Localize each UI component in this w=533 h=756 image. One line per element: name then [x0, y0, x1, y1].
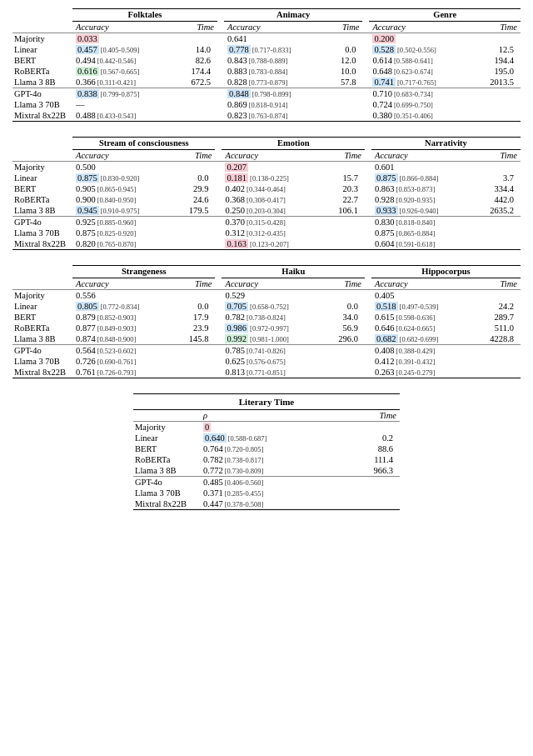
table-row: GPT-4o0.485[0.406-0.560] [133, 477, 400, 488]
table-row: Majority0.5000.2070.601 [12, 162, 521, 173]
time-cell: 111.4 [341, 454, 400, 465]
group-header-narrativity: Narrativity [371, 138, 521, 150]
col-accuracy-1: Accuracy [72, 22, 174, 33]
time-cell [173, 345, 216, 357]
accuracy-cell: 0.528[0.502-0.556] [369, 44, 471, 55]
accuracy-cell: 0.874[0.848-0.900] [72, 333, 173, 345]
table-row: RoBERTa0.616[0.567-0.665]174.40.883[0.78… [12, 66, 521, 77]
accuracy-cell: 0.933[0.926-0.940] [371, 205, 472, 217]
rho-cell: 0.764[0.720-0.805] [200, 443, 341, 454]
accuracy-cell: 0.830[0.818-0.840] [371, 217, 472, 228]
time-cell: 511.0 [472, 323, 521, 333]
accuracy-cell: 0.726[0.690-0.761] [72, 356, 173, 367]
table-row: Llama 3 70B0.875[0.825-0.920]0.312[0.312… [12, 228, 521, 238]
accuracy-cell: 0.529 [222, 290, 322, 302]
accuracy-cell: 0.556 [72, 290, 173, 302]
accuracy-cell: 0.682[0.682-0.699] [371, 333, 472, 345]
model-name-cell: RoBERTa [12, 194, 72, 205]
accuracy-cell: 0.488[0.433-0.543] [72, 110, 174, 122]
accuracy-cell: 0.724[0.699-0.750] [369, 99, 471, 110]
accuracy-cell: 0.992[0.981-1.000] [222, 333, 322, 345]
accuracy-cell: 0.875[0.830-0.920] [72, 173, 173, 183]
group-header-animacy: Animacy [224, 9, 362, 22]
time-cell [173, 356, 216, 367]
time-cell [472, 162, 521, 173]
accuracy-cell: 0.805[0.772-0.834] [72, 301, 173, 312]
col-time-3: Time [471, 22, 521, 33]
model-name-cell: Majority [133, 422, 200, 433]
accuracy-cell: 0.875[0.866-0.884] [371, 173, 472, 183]
time-cell [326, 88, 362, 100]
time-cell: 334.4 [472, 183, 521, 194]
table-row: Llama 3 8B0.945[0.910-0.975]179.50.250[0… [12, 205, 521, 217]
table-row: Llama 3 8B0.874[0.848-0.900]145.80.992[0… [12, 333, 521, 345]
group-header-folktales: Folktales [72, 9, 217, 22]
accuracy-cell: 0.250[0.203-0.304] [222, 205, 322, 217]
section-literary-time: Literary Time ρ Time Majority0Linear0.64… [133, 393, 400, 510]
accuracy-cell: 0.875[0.825-0.920] [72, 228, 173, 238]
table-section2: Stream of consciousness Emotion Narrativ… [12, 137, 521, 250]
time-cell [173, 228, 216, 238]
model-name-cell: BERT [133, 443, 200, 454]
model-name-cell: Mixtral 8x22B [12, 238, 72, 250]
time-cell [322, 217, 365, 228]
accuracy-cell: 0.785[0.741-0.826] [222, 345, 322, 357]
accuracy-cell: 0.900[0.840-0.950] [72, 194, 173, 205]
time-cell [173, 217, 216, 228]
time-cell: 29.9 [173, 183, 216, 194]
model-name-cell: Llama 3 8B [12, 333, 72, 345]
time-cell [174, 33, 217, 45]
time-cell [173, 238, 216, 250]
model-name-cell: Majority [12, 290, 72, 302]
time-cell [472, 345, 521, 357]
time-cell [322, 367, 365, 378]
model-name-cell: GPT-4o [12, 88, 72, 100]
accuracy-cell: 0.925[0.885-0.960] [72, 217, 173, 228]
accuracy-cell: 0.877[0.849-0.903] [72, 323, 173, 333]
time-cell: 174.4 [174, 66, 217, 77]
model-name-cell: Llama 3 70B [12, 99, 72, 110]
time-cell: 672.5 [174, 77, 217, 88]
time-cell [471, 99, 521, 110]
accuracy-cell: 0.200 [369, 33, 471, 45]
table-row: RoBERTa0.877[0.849-0.903]23.90.986[0.972… [12, 323, 521, 333]
time-cell [173, 367, 216, 378]
accuracy-cell: 0.616[0.567-0.665] [72, 66, 174, 77]
model-name-cell: GPT-4o [12, 345, 72, 357]
accuracy-cell: — [72, 99, 174, 110]
model-name-cell: Mixtral 8x22B [12, 110, 72, 122]
model-name-cell: Llama 3 8B [12, 205, 72, 217]
section-3: Strangeness Haiku Hippocorpus Accuracy T… [12, 265, 521, 378]
table-row: Llama 3 70B—0.869[0.818-0.914]0.724[0.69… [12, 99, 521, 110]
accuracy-cell: 0.380[0.351-0.406] [369, 110, 471, 122]
time-cell: 24.6 [173, 194, 216, 205]
accuracy-cell: 0.408[0.388-0.429] [371, 345, 472, 357]
table-row: RoBERTa0.900[0.840-0.950]24.60.368[0.308… [12, 194, 521, 205]
time-cell: 15.7 [322, 173, 365, 183]
group-header-soc: Stream of consciousness [72, 138, 215, 150]
table-row: BERT0.494[0.442-0.546]82.60.843[0.788-0.… [12, 55, 521, 66]
time-cell [341, 477, 400, 488]
table-row: Majority0 [133, 422, 400, 433]
time-cell: 106.1 [322, 205, 365, 217]
time-cell: 20.3 [322, 183, 365, 194]
table-row: Linear0.875[0.830-0.920]0.00.181[0.138-0… [12, 173, 521, 183]
model-name-cell: Linear [12, 173, 72, 183]
table-row: Majority0.5560.5290.405 [12, 290, 521, 302]
rho-cell: 0.485[0.406-0.560] [200, 477, 341, 488]
col-rho: ρ [200, 410, 341, 422]
time-cell [341, 422, 400, 433]
table-row: GPT-4o0.838[0.799-0.875]0.848[0.798-0.89… [12, 88, 521, 100]
table-row: Mixtral 8x22B0.488[0.433-0.543]0.823[0.7… [12, 110, 521, 122]
time-cell [471, 110, 521, 122]
group-header-haiku: Haiku [222, 266, 364, 278]
time-cell [472, 290, 521, 302]
accuracy-cell: 0.457[0.405-0.509] [72, 44, 174, 55]
accuracy-cell: 0.875[0.865-0.884] [371, 228, 472, 238]
col-time-2: Time [326, 22, 362, 33]
accuracy-cell: 0.710[0.683-0.734] [369, 88, 471, 100]
model-name-cell: Linear [12, 301, 72, 312]
accuracy-cell: 0.500 [72, 162, 173, 173]
accuracy-cell: 0.879[0.852-0.903] [72, 312, 173, 323]
table-row: Llama 3 70B0.726[0.690-0.761]0.625[0.576… [12, 356, 521, 367]
